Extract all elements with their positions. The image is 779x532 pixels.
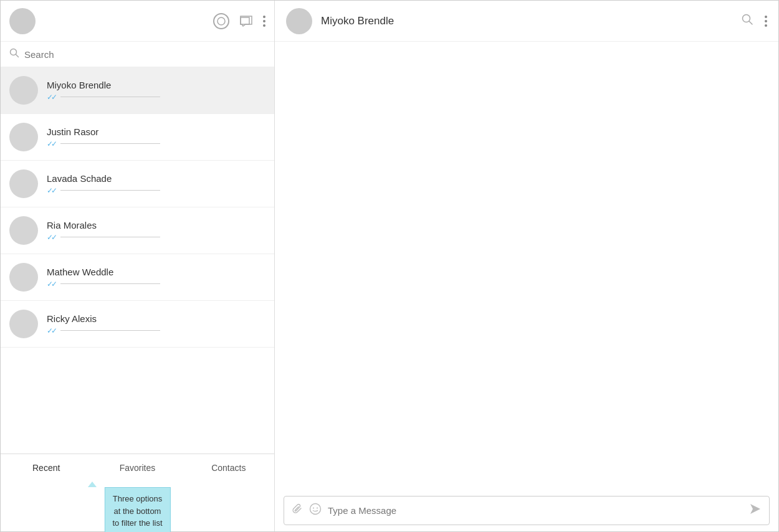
svg-marker-8 (750, 504, 760, 514)
contact-info-1: Justin Rasor ✓✓ (47, 126, 265, 148)
contact-preview-3: ✓✓ (47, 233, 265, 242)
avatar-1 (9, 123, 38, 151)
preview-line-4 (60, 283, 160, 284)
svg-line-4 (749, 21, 752, 24)
contact-preview-1: ✓✓ (47, 140, 265, 148)
tab-favorites[interactable]: Favorites (92, 454, 183, 482)
attach-icon[interactable] (292, 503, 303, 518)
left-panel: Miyoko Brendle ✓✓ Justin Rasor ✓✓ (1, 1, 275, 531)
preview-line-5 (60, 330, 160, 331)
left-header-icons (213, 13, 265, 29)
contact-name-1: Justin Rasor (47, 126, 265, 137)
right-more-options-icon[interactable] (765, 16, 767, 27)
contact-info-5: Ricky Alexis ✓✓ (47, 313, 265, 335)
contact-info-2: Lavada Schade ✓✓ (47, 173, 265, 195)
preview-line-2 (60, 190, 160, 191)
right-avatar (286, 8, 312, 34)
tooltip-area: Three optionsat the bottomto filter the … (1, 482, 274, 531)
svg-point-7 (317, 508, 318, 509)
read-check-4: ✓✓ (47, 280, 55, 288)
left-header (1, 1, 274, 42)
preview-line-0 (60, 97, 160, 97)
message-input[interactable] (328, 505, 743, 516)
contact-info-0: Miyoko Brendle ✓✓ (47, 80, 265, 102)
avatar-4 (9, 263, 38, 292)
tabs-tooltip-wrapper: Recent Favorites Contacts Three optionsa… (1, 454, 274, 531)
search-bar (1, 42, 274, 67)
contact-item-4[interactable]: Mathew Weddle ✓✓ (1, 254, 274, 301)
tooltip-arrow (88, 482, 97, 487)
contact-item-2[interactable]: Lavada Schade ✓✓ (1, 161, 274, 207)
preview-line-1 (60, 143, 160, 144)
message-area (275, 42, 778, 490)
svg-point-6 (313, 508, 314, 509)
tooltip-text: Three optionsat the bottomto filter the … (112, 494, 162, 528)
message-input-bar (284, 496, 770, 525)
app-container: Miyoko Brendle ✓✓ Justin Rasor ✓✓ (0, 0, 779, 532)
right-header-icons (741, 13, 767, 29)
contact-name-4: Mathew Weddle (47, 267, 265, 277)
right-search-icon[interactable] (741, 13, 753, 29)
svg-point-0 (217, 17, 225, 25)
contact-preview-2: ✓✓ (47, 186, 265, 195)
left-tabs: Recent Favorites Contacts (1, 454, 274, 482)
user-avatar (9, 8, 36, 34)
preview-line-3 (60, 237, 160, 237)
tab-recent[interactable]: Recent (1, 454, 92, 482)
contact-item-1[interactable]: Justin Rasor ✓✓ (1, 114, 274, 161)
contact-name-0: Miyoko Brendle (47, 80, 265, 90)
message-icon[interactable] (238, 13, 254, 29)
svg-line-2 (16, 55, 19, 57)
contact-name-3: Ria Morales (47, 220, 265, 230)
read-check-5: ✓✓ (47, 326, 55, 335)
read-check-2: ✓✓ (47, 186, 55, 195)
tab-contacts[interactable]: Contacts (183, 454, 274, 482)
avatar-2 (9, 169, 38, 198)
contact-info-3: Ria Morales ✓✓ (47, 220, 265, 242)
contact-preview-4: ✓✓ (47, 280, 265, 288)
contact-info-4: Mathew Weddle ✓✓ (47, 267, 265, 288)
send-icon[interactable] (749, 503, 762, 518)
svg-point-5 (310, 504, 321, 515)
search-input[interactable] (24, 49, 265, 60)
contact-preview-5: ✓✓ (47, 326, 265, 335)
more-options-icon[interactable] (263, 16, 265, 27)
right-panel: Miyoko Brendle (275, 1, 778, 531)
contact-name-5: Ricky Alexis (47, 313, 265, 324)
avatar-5 (9, 310, 38, 338)
read-check-1: ✓✓ (47, 140, 55, 148)
read-check-3: ✓✓ (47, 233, 55, 242)
contact-item-0[interactable]: Miyoko Brendle ✓✓ (1, 67, 274, 114)
avatar-0 (9, 76, 38, 105)
emoji-icon[interactable] (309, 503, 322, 518)
contact-preview-0: ✓✓ (47, 93, 265, 102)
avatar-3 (9, 216, 38, 245)
contact-item-3[interactable]: Ria Morales ✓✓ (1, 207, 274, 254)
right-header: Miyoko Brendle (275, 1, 778, 42)
tooltip-box: Three optionsat the bottomto filter the … (104, 487, 170, 532)
contact-list: Miyoko Brendle ✓✓ Justin Rasor ✓✓ (1, 67, 274, 454)
search-icon (9, 48, 19, 60)
read-check-0: ✓✓ (47, 93, 55, 102)
contact-item-5[interactable]: Ricky Alexis ✓✓ (1, 301, 274, 348)
contact-name-2: Lavada Schade (47, 173, 265, 184)
right-contact-name: Miyoko Brendle (321, 15, 741, 27)
new-chat-icon[interactable] (213, 13, 229, 29)
